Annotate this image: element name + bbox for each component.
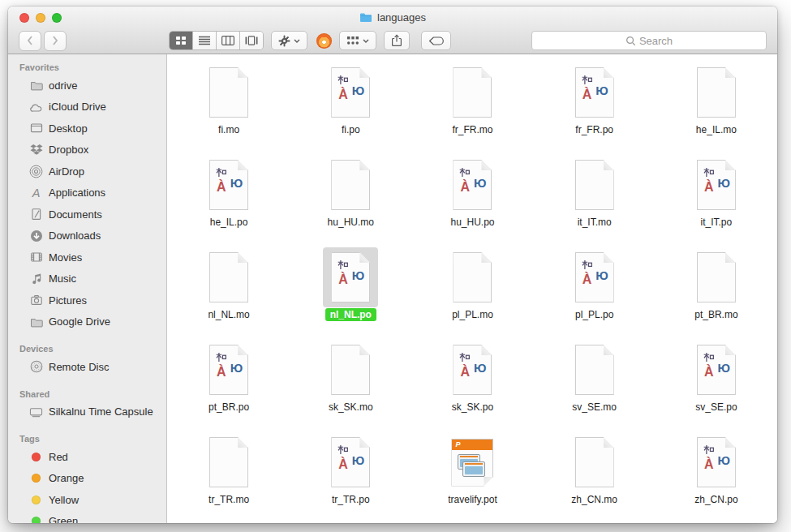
- file-name-label: pl_PL.po: [570, 308, 618, 321]
- file-icon-area: [567, 340, 622, 400]
- mo-file-icon: [453, 252, 492, 302]
- title-bar[interactable]: languages: [8, 6, 777, 28]
- sidebar-item-odrive[interactable]: odrive: [8, 75, 166, 97]
- back-button[interactable]: [19, 31, 41, 51]
- file-pl_PL.po[interactable]: ÀЮ pl_PL.po: [534, 246, 656, 338]
- cjk-glyph: [216, 351, 226, 366]
- close-button[interactable]: [19, 13, 29, 23]
- po-file-icon: ÀЮ: [453, 160, 492, 210]
- sidebar-item-airdrop[interactable]: AirDrop: [8, 161, 166, 182]
- file-travelify.pot[interactable]: P travelify.pot: [411, 431, 533, 523]
- tag-dot: [29, 471, 43, 485]
- file-name-label: pt_BR.po: [204, 401, 254, 414]
- folder-icon: [29, 79, 43, 92]
- page-fold: [238, 67, 248, 78]
- sidebar-item-orange[interactable]: Orange: [8, 468, 166, 490]
- column-view-button[interactable]: [217, 32, 240, 49]
- file-icon-area: ÀЮ: [201, 340, 256, 400]
- sidebar-item-pictures[interactable]: Pictures: [8, 290, 166, 311]
- sidebar-item-downloads[interactable]: Downloads: [8, 225, 166, 247]
- file-name-label: he_IL.po: [205, 216, 253, 229]
- cyrillic-glyph: Ю: [352, 84, 364, 97]
- minimize-button[interactable]: [36, 13, 45, 23]
- time-capsule-icon: [29, 405, 43, 418]
- search-input[interactable]: Search: [531, 31, 767, 50]
- sidebar-item-music[interactable]: Music: [8, 268, 166, 290]
- forward-button[interactable]: [44, 31, 67, 51]
- chevron-down-icon: [294, 39, 300, 43]
- file-nl_NL.po-selected[interactable]: ÀЮ nl_NL.po: [290, 246, 411, 338]
- sidebar-sections: Favorites odrive iCloud Drive Desktop Dr…: [8, 62, 166, 523]
- sidebar-section-shared: Shared Silkalnu Time Capsule: [8, 389, 166, 423]
- tag-button[interactable]: [421, 31, 451, 50]
- chevron-right-icon: [52, 36, 58, 45]
- gear-icon: [278, 35, 290, 47]
- file-icon-area: ÀЮ: [323, 432, 378, 492]
- sidebar-item-silkalnu-time-capsule[interactable]: Silkalnu Time Capsule: [8, 401, 166, 423]
- sidebar-item-red[interactable]: Red: [8, 446, 166, 468]
- sidebar-item-desktop[interactable]: Desktop: [8, 118, 166, 139]
- list-view-button[interactable]: [193, 32, 217, 49]
- mo-file-icon: [331, 345, 370, 395]
- sidebar-item-green[interactable]: Green: [8, 511, 166, 524]
- zoom-button[interactable]: [52, 13, 62, 23]
- sidebar-item-yellow[interactable]: Yellow: [8, 489, 166, 511]
- sidebar-item-documents[interactable]: Documents: [8, 204, 166, 225]
- file-it_IT.po[interactable]: ÀЮ it_IT.po: [656, 153, 777, 246]
- tag-icon: [428, 36, 444, 45]
- arrange-menu-button[interactable]: [339, 31, 376, 50]
- sidebar-item-icloud-drive[interactable]: iCloud Drive: [8, 97, 166, 118]
- file-he_IL.po[interactable]: ÀЮ he_IL.po: [168, 153, 290, 246]
- file-pl_PL.mo[interactable]: pl_PL.mo: [411, 246, 533, 338]
- file-fr_FR.po[interactable]: ÀЮ fr_FR.po: [534, 61, 656, 153]
- file-it_IT.mo[interactable]: it_IT.mo: [534, 153, 656, 246]
- file-pt_BR.mo[interactable]: pt_BR.mo: [656, 246, 777, 338]
- chevron-down-icon: [363, 39, 369, 43]
- pictures-icon: [29, 294, 43, 307]
- file-fi.mo[interactable]: fi.mo: [168, 61, 290, 153]
- sidebar-item-dropbox[interactable]: Dropbox: [8, 139, 166, 161]
- action-menu-button[interactable]: [271, 31, 307, 50]
- po-file-icon: ÀЮ: [331, 437, 370, 487]
- icon-view-button[interactable]: [170, 32, 193, 49]
- share-button[interactable]: [384, 31, 410, 50]
- coverflow-view-button[interactable]: [240, 32, 263, 49]
- navigation-buttons: [19, 31, 67, 51]
- mo-file-icon: [697, 67, 736, 118]
- file-sv_SE.mo[interactable]: sv_SE.mo: [534, 338, 656, 431]
- sidebar-item-google-drive[interactable]: Google Drive: [8, 311, 166, 333]
- window-title: languages: [359, 11, 426, 24]
- file-sk_SK.mo[interactable]: sk_SK.mo: [290, 338, 411, 431]
- file-pt_BR.po[interactable]: ÀЮ pt_BR.po: [168, 338, 290, 431]
- cyrillic-glyph: Ю: [717, 361, 729, 375]
- window-thumb: [462, 461, 485, 477]
- toolbar: Search: [8, 28, 777, 54]
- cyrillic-glyph: Ю: [230, 361, 243, 375]
- arrange-icon: [346, 36, 359, 45]
- file-zh_CN.po[interactable]: ÀЮ zh_CN.po: [656, 431, 777, 523]
- file-icon-area: [201, 432, 256, 492]
- latin-glyph: À: [217, 180, 226, 195]
- file-he_IL.mo[interactable]: he_IL.mo: [656, 61, 777, 153]
- sidebar-item-movies[interactable]: Movies: [8, 247, 166, 268]
- page-fold: [604, 160, 614, 170]
- page-fold: [238, 437, 248, 448]
- column-view-icon: [221, 36, 234, 45]
- file-sk_SK.po[interactable]: ÀЮ sk_SK.po: [411, 338, 533, 431]
- file-sv_SE.po[interactable]: ÀЮ sv_SE.po: [656, 338, 777, 431]
- file-hu_HU.po[interactable]: ÀЮ hu_HU.po: [411, 153, 533, 246]
- file-nl_NL.mo[interactable]: nl_NL.mo: [168, 246, 290, 338]
- mo-file-icon: [209, 67, 248, 118]
- window-title-text: languages: [377, 11, 426, 24]
- file-fi.po[interactable]: ÀЮ fi.po: [290, 61, 411, 153]
- odrive-toolbar-icon[interactable]: [316, 33, 332, 49]
- file-hu_HU.mo[interactable]: hu_HU.mo: [290, 153, 411, 246]
- file-name-label: zh_CN.mo: [566, 493, 622, 506]
- file-tr_TR.mo[interactable]: tr_TR.mo: [168, 431, 290, 523]
- file-zh_CN.mo[interactable]: zh_CN.mo: [534, 431, 656, 523]
- file-tr_TR.po[interactable]: ÀЮ tr_TR.po: [290, 431, 411, 523]
- sidebar-item-applications[interactable]: A Applications: [8, 182, 166, 204]
- latin-glyph: À: [583, 272, 592, 287]
- sidebar-item-remote-disc[interactable]: Remote Disc: [8, 356, 166, 378]
- file-fr_FR.mo[interactable]: fr_FR.mo: [411, 61, 533, 153]
